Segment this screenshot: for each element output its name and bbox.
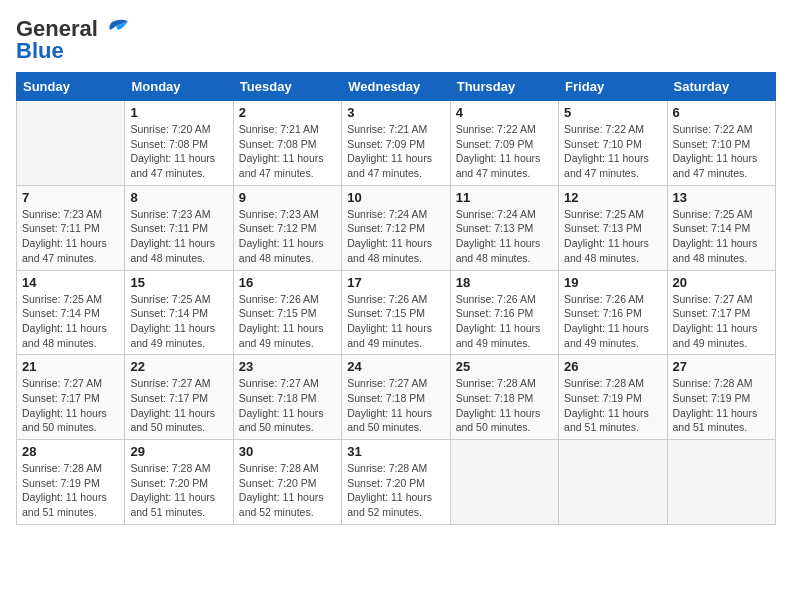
- day-number: 1: [130, 105, 227, 120]
- day-number: 4: [456, 105, 553, 120]
- calendar-cell: 15Sunrise: 7:25 AMSunset: 7:14 PMDayligh…: [125, 270, 233, 355]
- calendar-cell: 13Sunrise: 7:25 AMSunset: 7:14 PMDayligh…: [667, 185, 775, 270]
- day-number: 2: [239, 105, 336, 120]
- logo: General Blue: [16, 16, 132, 64]
- calendar-cell: 3Sunrise: 7:21 AMSunset: 7:09 PMDaylight…: [342, 101, 450, 186]
- day-number: 24: [347, 359, 444, 374]
- day-number: 12: [564, 190, 661, 205]
- day-number: 28: [22, 444, 119, 459]
- day-number: 9: [239, 190, 336, 205]
- calendar-cell: 18Sunrise: 7:26 AMSunset: 7:16 PMDayligh…: [450, 270, 558, 355]
- day-number: 17: [347, 275, 444, 290]
- day-number: 31: [347, 444, 444, 459]
- calendar-cell: 26Sunrise: 7:28 AMSunset: 7:19 PMDayligh…: [559, 355, 667, 440]
- calendar-cell: 8Sunrise: 7:23 AMSunset: 7:11 PMDaylight…: [125, 185, 233, 270]
- calendar-cell: [667, 440, 775, 525]
- calendar-cell: [450, 440, 558, 525]
- header-day-sunday: Sunday: [17, 73, 125, 101]
- calendar-cell: 30Sunrise: 7:28 AMSunset: 7:20 PMDayligh…: [233, 440, 341, 525]
- day-info: Sunrise: 7:25 AMSunset: 7:14 PMDaylight:…: [673, 207, 770, 266]
- calendar-cell: 21Sunrise: 7:27 AMSunset: 7:17 PMDayligh…: [17, 355, 125, 440]
- day-number: 25: [456, 359, 553, 374]
- day-info: Sunrise: 7:26 AMSunset: 7:15 PMDaylight:…: [239, 292, 336, 351]
- day-number: 18: [456, 275, 553, 290]
- day-info: Sunrise: 7:28 AMSunset: 7:18 PMDaylight:…: [456, 376, 553, 435]
- header-day-monday: Monday: [125, 73, 233, 101]
- calendar-cell: 23Sunrise: 7:27 AMSunset: 7:18 PMDayligh…: [233, 355, 341, 440]
- calendar-cell: 20Sunrise: 7:27 AMSunset: 7:17 PMDayligh…: [667, 270, 775, 355]
- logo-text-blue: Blue: [16, 38, 64, 64]
- calendar-week-row: 7Sunrise: 7:23 AMSunset: 7:11 PMDaylight…: [17, 185, 776, 270]
- calendar-cell: 4Sunrise: 7:22 AMSunset: 7:09 PMDaylight…: [450, 101, 558, 186]
- day-info: Sunrise: 7:27 AMSunset: 7:18 PMDaylight:…: [239, 376, 336, 435]
- day-number: 6: [673, 105, 770, 120]
- calendar-cell: [559, 440, 667, 525]
- day-number: 22: [130, 359, 227, 374]
- day-info: Sunrise: 7:25 AMSunset: 7:14 PMDaylight:…: [130, 292, 227, 351]
- day-info: Sunrise: 7:26 AMSunset: 7:15 PMDaylight:…: [347, 292, 444, 351]
- calendar-cell: [17, 101, 125, 186]
- day-info: Sunrise: 7:24 AMSunset: 7:13 PMDaylight:…: [456, 207, 553, 266]
- day-info: Sunrise: 7:28 AMSunset: 7:19 PMDaylight:…: [564, 376, 661, 435]
- day-info: Sunrise: 7:20 AMSunset: 7:08 PMDaylight:…: [130, 122, 227, 181]
- calendar-cell: 29Sunrise: 7:28 AMSunset: 7:20 PMDayligh…: [125, 440, 233, 525]
- header-day-wednesday: Wednesday: [342, 73, 450, 101]
- calendar-cell: 2Sunrise: 7:21 AMSunset: 7:08 PMDaylight…: [233, 101, 341, 186]
- day-info: Sunrise: 7:25 AMSunset: 7:13 PMDaylight:…: [564, 207, 661, 266]
- day-number: 19: [564, 275, 661, 290]
- day-number: 14: [22, 275, 119, 290]
- day-info: Sunrise: 7:26 AMSunset: 7:16 PMDaylight:…: [564, 292, 661, 351]
- calendar-week-row: 1Sunrise: 7:20 AMSunset: 7:08 PMDaylight…: [17, 101, 776, 186]
- day-info: Sunrise: 7:28 AMSunset: 7:20 PMDaylight:…: [347, 461, 444, 520]
- day-number: 21: [22, 359, 119, 374]
- calendar-cell: 24Sunrise: 7:27 AMSunset: 7:18 PMDayligh…: [342, 355, 450, 440]
- calendar-cell: 11Sunrise: 7:24 AMSunset: 7:13 PMDayligh…: [450, 185, 558, 270]
- calendar-week-row: 14Sunrise: 7:25 AMSunset: 7:14 PMDayligh…: [17, 270, 776, 355]
- day-info: Sunrise: 7:22 AMSunset: 7:10 PMDaylight:…: [564, 122, 661, 181]
- day-info: Sunrise: 7:28 AMSunset: 7:20 PMDaylight:…: [130, 461, 227, 520]
- calendar-week-row: 21Sunrise: 7:27 AMSunset: 7:17 PMDayligh…: [17, 355, 776, 440]
- calendar-cell: 10Sunrise: 7:24 AMSunset: 7:12 PMDayligh…: [342, 185, 450, 270]
- calendar-table: SundayMondayTuesdayWednesdayThursdayFrid…: [16, 72, 776, 525]
- day-number: 8: [130, 190, 227, 205]
- day-info: Sunrise: 7:24 AMSunset: 7:12 PMDaylight:…: [347, 207, 444, 266]
- calendar-week-row: 28Sunrise: 7:28 AMSunset: 7:19 PMDayligh…: [17, 440, 776, 525]
- day-number: 13: [673, 190, 770, 205]
- day-info: Sunrise: 7:23 AMSunset: 7:12 PMDaylight:…: [239, 207, 336, 266]
- day-number: 5: [564, 105, 661, 120]
- day-number: 16: [239, 275, 336, 290]
- calendar-header-row: SundayMondayTuesdayWednesdayThursdayFrid…: [17, 73, 776, 101]
- day-info: Sunrise: 7:23 AMSunset: 7:11 PMDaylight:…: [130, 207, 227, 266]
- calendar-cell: 19Sunrise: 7:26 AMSunset: 7:16 PMDayligh…: [559, 270, 667, 355]
- calendar-cell: 6Sunrise: 7:22 AMSunset: 7:10 PMDaylight…: [667, 101, 775, 186]
- calendar-cell: 17Sunrise: 7:26 AMSunset: 7:15 PMDayligh…: [342, 270, 450, 355]
- calendar-cell: 9Sunrise: 7:23 AMSunset: 7:12 PMDaylight…: [233, 185, 341, 270]
- day-number: 26: [564, 359, 661, 374]
- logo-bird-icon: [102, 18, 132, 40]
- day-info: Sunrise: 7:28 AMSunset: 7:20 PMDaylight:…: [239, 461, 336, 520]
- day-info: Sunrise: 7:27 AMSunset: 7:17 PMDaylight:…: [673, 292, 770, 351]
- day-number: 27: [673, 359, 770, 374]
- day-info: Sunrise: 7:21 AMSunset: 7:08 PMDaylight:…: [239, 122, 336, 181]
- header-day-friday: Friday: [559, 73, 667, 101]
- day-info: Sunrise: 7:27 AMSunset: 7:17 PMDaylight:…: [130, 376, 227, 435]
- calendar-cell: 28Sunrise: 7:28 AMSunset: 7:19 PMDayligh…: [17, 440, 125, 525]
- day-number: 3: [347, 105, 444, 120]
- day-info: Sunrise: 7:22 AMSunset: 7:09 PMDaylight:…: [456, 122, 553, 181]
- header-day-saturday: Saturday: [667, 73, 775, 101]
- day-info: Sunrise: 7:26 AMSunset: 7:16 PMDaylight:…: [456, 292, 553, 351]
- day-number: 30: [239, 444, 336, 459]
- day-number: 20: [673, 275, 770, 290]
- day-info: Sunrise: 7:27 AMSunset: 7:18 PMDaylight:…: [347, 376, 444, 435]
- day-info: Sunrise: 7:28 AMSunset: 7:19 PMDaylight:…: [22, 461, 119, 520]
- day-info: Sunrise: 7:28 AMSunset: 7:19 PMDaylight:…: [673, 376, 770, 435]
- day-number: 7: [22, 190, 119, 205]
- day-info: Sunrise: 7:25 AMSunset: 7:14 PMDaylight:…: [22, 292, 119, 351]
- day-number: 11: [456, 190, 553, 205]
- calendar-cell: 31Sunrise: 7:28 AMSunset: 7:20 PMDayligh…: [342, 440, 450, 525]
- header-day-tuesday: Tuesday: [233, 73, 341, 101]
- day-number: 29: [130, 444, 227, 459]
- calendar-cell: 22Sunrise: 7:27 AMSunset: 7:17 PMDayligh…: [125, 355, 233, 440]
- calendar-cell: 1Sunrise: 7:20 AMSunset: 7:08 PMDaylight…: [125, 101, 233, 186]
- calendar-cell: 27Sunrise: 7:28 AMSunset: 7:19 PMDayligh…: [667, 355, 775, 440]
